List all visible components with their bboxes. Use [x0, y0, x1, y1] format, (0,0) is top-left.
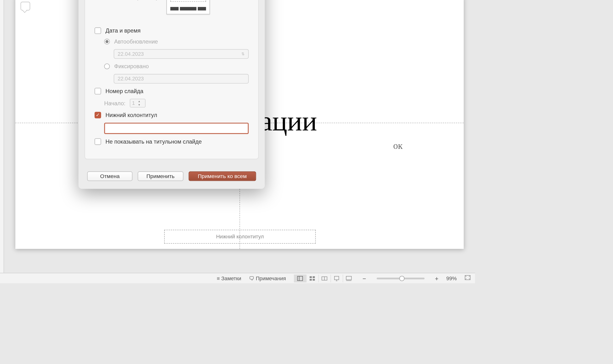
apply-all-button[interactable]: Применить ко всем [188, 171, 256, 181]
start-label: Начало: [104, 100, 125, 106]
slide-subtitle-text[interactable]: ок [393, 140, 402, 151]
comments-button[interactable]: 🗨 Примечания [249, 275, 286, 281]
preview-label: Просмотр: [133, 0, 161, 0]
hide-on-title-checkbox[interactable] [94, 138, 101, 145]
zoom-out-icon[interactable]: − [362, 275, 366, 282]
footer-text-input[interactable] [104, 123, 249, 134]
svg-rect-45 [310, 279, 312, 280]
notes-button[interactable]: ≡ Заметки [217, 275, 241, 281]
svg-rect-49 [346, 276, 351, 280]
slidenumber-label: Номер слайда [105, 88, 143, 94]
reading-view-icon[interactable] [318, 274, 331, 282]
preview-thumbnail [167, 0, 210, 14]
footer-placeholder[interactable]: Нижний колонтитул [164, 230, 316, 244]
fit-window-icon[interactable] [465, 275, 470, 281]
normal-view-icon[interactable] [294, 274, 306, 282]
auto-update-radio[interactable] [104, 39, 110, 44]
fixed-date-input[interactable]: 22.04.2023 [114, 74, 249, 84]
datetime-label: Дата и время [105, 27, 141, 34]
hide-on-title-label: Не показывать на титульном слайде [105, 138, 202, 145]
apply-button[interactable]: Применить [138, 171, 183, 181]
slide-thumbnails-panel: 1 ⁑★ Текст презентации Подзаголовок 2 За… [0, 0, 4, 273]
zoom-slider[interactable] [377, 277, 425, 279]
fixed-radio[interactable] [104, 64, 110, 69]
sorter-view-icon[interactable] [306, 274, 318, 282]
slidenumber-checkbox[interactable] [94, 88, 101, 94]
cancel-button[interactable]: Отмена [87, 171, 133, 181]
slideshow-view-icon[interactable] [331, 274, 343, 282]
svg-rect-48 [334, 276, 339, 280]
date-format-combo[interactable]: 22.04.2023⇅ [114, 49, 249, 59]
fixed-label: Фиксировано [114, 63, 149, 70]
start-number-spinner[interactable]: 1 ▴▾ [130, 99, 145, 107]
svg-rect-43 [310, 276, 312, 278]
footer-checkbox[interactable]: ✓ [94, 112, 101, 118]
footer-label: Нижний колонтитул [105, 112, 157, 118]
header-footer-dialog: Колонтитулы Слайд Заметки и раздаточные … [79, 0, 265, 189]
zoom-level[interactable]: 99% [446, 275, 457, 281]
svg-rect-44 [313, 276, 315, 278]
view-buttons [294, 274, 355, 282]
statusbar: Слайд 1 из 2 русский (Украина) ≡ Заметки… [0, 273, 475, 283]
datetime-checkbox[interactable] [94, 27, 101, 34]
presenter-view-icon[interactable] [342, 274, 355, 282]
auto-update-label: Автообновление [114, 38, 158, 45]
zoom-in-icon[interactable]: + [435, 275, 439, 282]
comment-icon[interactable] [21, 2, 30, 10]
svg-rect-42 [297, 276, 303, 280]
svg-rect-46 [313, 279, 315, 280]
